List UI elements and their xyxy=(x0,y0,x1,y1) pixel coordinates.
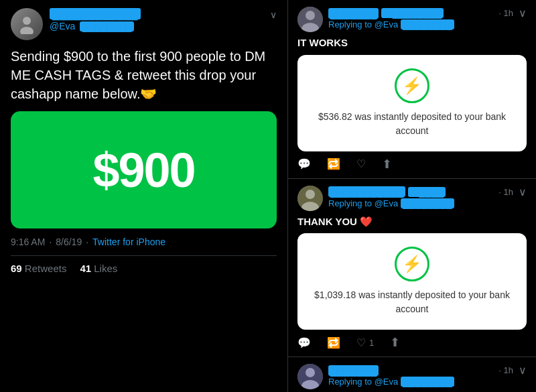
retweet-icon-1: 🔁 xyxy=(327,157,340,170)
reply-time-1: · 1h xyxy=(498,8,513,18)
separator-dot: · xyxy=(49,237,52,247)
svg-point-3 xyxy=(306,11,315,20)
tweet-time: 9:16 AM xyxy=(11,237,45,247)
svg-point-9 xyxy=(306,368,315,377)
reply-to-line-3: Replying to @Eva ████████ xyxy=(328,377,527,387)
avatar-image xyxy=(11,8,43,40)
reply-at-1: @████████ xyxy=(381,8,444,18)
comment-button-1[interactable]: 💬 xyxy=(297,157,311,170)
reply-time-2: · 1h xyxy=(498,187,513,197)
retweets-count: 69 xyxy=(11,263,22,274)
reply-display-name-3: ███████ xyxy=(328,365,379,376)
reply-header-2: ███████████ @████ · 1h ∨ Replying to @Ev… xyxy=(297,186,527,211)
comment-icon-1: 💬 xyxy=(297,157,311,170)
heart-icon-1: ♡ xyxy=(356,157,366,170)
username-line: @Eva ████████ xyxy=(50,20,270,32)
stats-divider xyxy=(11,255,277,256)
cashapp-confirmation-2: ⚡ $1,039.18 was instantly deposited to y… xyxy=(297,233,527,330)
right-replies-panel: ███████ @████████ · 1h ∨ Replying to @Ev… xyxy=(288,0,536,392)
like-count-2: 1 xyxy=(369,338,374,348)
reply-to-line-2: Replying to @Eva ████████ xyxy=(328,198,527,208)
svg-point-6 xyxy=(306,190,315,199)
reply-actions-2: 💬 🔁 ♡ 1 ⬆ xyxy=(297,335,527,350)
reply-user-info-2: ███████████ @████ · 1h ∨ Replying to @Ev… xyxy=(328,186,527,211)
reply-chevron-2[interactable]: ∨ xyxy=(519,186,527,198)
reply-actions-1: 💬 🔁 ♡ ⬆ xyxy=(297,157,527,172)
reply-avatar-2 xyxy=(297,186,323,211)
like-button-2[interactable]: ♡ 1 xyxy=(356,336,374,349)
confirmation-text-2: $1,039.18 was instantly deposited to you… xyxy=(311,288,513,316)
left-tweet-panel: ████████████ @Eva ████████ ∨ Sending $90… xyxy=(0,0,288,392)
reply-text-1: IT WORKS xyxy=(297,36,527,50)
tweet-header: ████████████ @Eva ████████ ∨ xyxy=(11,8,277,40)
comment-icon-2: 💬 xyxy=(297,336,311,349)
reply-at-2: @████ xyxy=(408,187,446,197)
reply-header: ███████ @████████ · 1h ∨ Replying to @Ev… xyxy=(297,7,527,32)
separator-dot-2: · xyxy=(86,237,88,247)
tweet-metadata: 9:16 AM · 8/6/19 · Twitter for iPhone xyxy=(11,237,277,247)
reply-avatar-3 xyxy=(297,364,323,389)
lightning-circle-2: ⚡ xyxy=(395,247,429,281)
replying-to-prefix-2: Replying to xyxy=(328,198,372,208)
username-redacted: ████████ xyxy=(80,21,135,31)
share-button-2[interactable]: ⬆ xyxy=(390,335,400,350)
tweet-text: Sending $900 to the first 900 people to … xyxy=(11,47,277,103)
replying-to-handle-2: @Eva ████████ xyxy=(375,198,454,208)
retweet-button-2[interactable]: 🔁 xyxy=(327,336,340,349)
replying-to-handle-3: @Eva ████████ xyxy=(375,377,454,387)
comment-button-2[interactable]: 💬 xyxy=(297,336,311,349)
replying-to-prefix-3: Replying to xyxy=(328,377,372,387)
share-button-1[interactable]: ⬆ xyxy=(382,157,392,172)
replying-to-prefix-1: Replying to xyxy=(328,19,372,29)
reply-user-info: ███████ @████████ · 1h ∨ Replying to @Ev… xyxy=(328,7,527,32)
reply-tweet-2: ███████████ @████ · 1h ∨ Replying to @Ev… xyxy=(288,179,536,358)
display-name-redacted: ████████████ xyxy=(50,8,141,19)
confirmation-text-1: $536.82 was instantly deposited to your … xyxy=(311,110,513,138)
share-icon-2: ⬆ xyxy=(390,335,400,350)
lightning-icon-2: ⚡ xyxy=(402,256,422,272)
reply-time-3: · 1h xyxy=(498,365,513,375)
reply-tweet-3: ███████ · 1h ∨ Replying to @Eva ████████… xyxy=(288,357,536,392)
reply-display-name-2: ███████████ xyxy=(328,186,405,197)
replying-to-handle-1: @Eva ████████ xyxy=(375,19,454,29)
chevron-down-icon[interactable]: ∨ xyxy=(270,8,277,20)
reply-header-3: ███████ · 1h ∨ Replying to @Eva ████████ xyxy=(297,364,527,389)
likes-count: 41 xyxy=(80,263,91,274)
reply-names-line-3: ███████ · 1h ∨ xyxy=(328,364,527,377)
display-name: ████████████ xyxy=(50,8,270,20)
lightning-circle-1: ⚡ xyxy=(395,68,429,103)
reply-user-info-3: ███████ · 1h ∨ Replying to @Eva ████████ xyxy=(328,364,527,389)
likes-stat: 41 Likes xyxy=(80,263,117,274)
reply-chevron-3[interactable]: ∨ xyxy=(519,364,527,377)
reply-chevron-1[interactable]: ∨ xyxy=(519,7,527,19)
reply-names-line-2: ███████████ @████ · 1h ∨ xyxy=(328,186,527,198)
retweets-stat: 69 Retweets xyxy=(11,263,66,274)
share-icon-1: ⬆ xyxy=(382,157,392,172)
tweet-platform[interactable]: Twitter for iPhone xyxy=(92,237,165,247)
cashapp-promo-image: $900 xyxy=(11,111,277,228)
user-info: ████████████ @Eva ████████ xyxy=(50,8,270,32)
cashapp-amount: $900 xyxy=(92,143,194,198)
username[interactable]: @Eva xyxy=(50,21,75,31)
like-button-1[interactable]: ♡ xyxy=(356,157,366,170)
cashapp-confirmation-1: ⚡ $536.82 was instantly deposited to you… xyxy=(297,55,527,151)
reply-tweet: ███████ @████████ · 1h ∨ Replying to @Ev… xyxy=(288,0,536,179)
reply-display-name-1: ███████ xyxy=(328,8,379,19)
lightning-icon-1: ⚡ xyxy=(402,78,422,94)
retweet-icon-2: 🔁 xyxy=(327,336,340,349)
avatar xyxy=(11,8,43,40)
svg-point-0 xyxy=(23,17,31,25)
reply-names-line: ███████ @████████ · 1h ∨ xyxy=(328,7,527,19)
tweet-date: 8/6/19 xyxy=(56,237,82,247)
tweet-stats: 69 Retweets 41 Likes xyxy=(11,263,277,274)
retweet-button-1[interactable]: 🔁 xyxy=(327,157,340,170)
reply-to-line-1: Replying to @Eva ████████ xyxy=(328,19,527,29)
reply-text-2: THANK YOU ❤️ xyxy=(297,215,527,228)
reply-avatar xyxy=(297,7,323,32)
heart-icon-2: ♡ xyxy=(356,336,366,349)
likes-label: Likes xyxy=(94,263,117,274)
retweets-label: Retweets xyxy=(25,263,67,274)
svg-point-1 xyxy=(20,27,34,34)
